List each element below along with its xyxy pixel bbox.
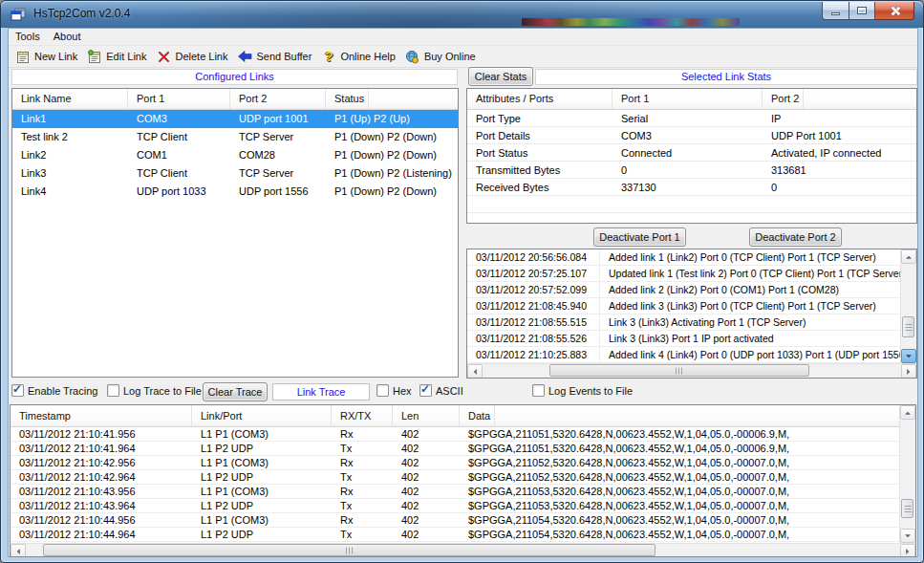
checkbox-label: Enable Tracing	[28, 385, 97, 397]
table-row[interactable]: Link4UDP port 1033UDP port 1556P1 (Down)…	[12, 183, 458, 201]
column-header[interactable]: Link/Port	[192, 405, 332, 426]
scroll-up-button[interactable]	[900, 405, 915, 420]
column-header[interactable]: Link Name	[12, 89, 128, 109]
table-row[interactable]: Link1COM3UDP port 1001P1 (Up) P2 (Up)	[12, 110, 458, 128]
header-row[interactable]: TimestampLink/PortRX/TXLenData	[11, 405, 495, 426]
link-trace-label: Link Trace	[272, 383, 370, 401]
table-row[interactable]: 03/11/2012 21:10:42.964L1 P2 UDPTx402$GP…	[11, 470, 899, 485]
scroll-thumb[interactable]	[902, 316, 914, 337]
scroll-thumb[interactable]	[549, 364, 809, 377]
table-cell: 03/11/2012 21:10:41.956	[11, 427, 192, 442]
table-row[interactable]: Test link 2TCP ClientTCP ServerP1 (Down)…	[12, 128, 458, 146]
event-log-vertical-scrollbar[interactable]	[900, 249, 916, 363]
table-row[interactable]: Received Bytes3371300	[467, 179, 916, 196]
table-row[interactable]: Link2COM1COM28P1 (Down) P2 (Down)	[12, 146, 458, 164]
ascii-checkbox[interactable]: ASCII	[419, 384, 463, 397]
edit-link-button[interactable]: Edit Link	[83, 47, 152, 66]
scroll-right-button[interactable]	[900, 544, 915, 557]
online-help-button[interactable]: Online Help	[317, 47, 400, 66]
trace-vertical-scrollbar[interactable]	[899, 405, 915, 543]
column-header[interactable]: Data	[460, 405, 495, 426]
minimize-button[interactable]	[822, 2, 849, 20]
trace-horizontal-scrollbar[interactable]	[11, 543, 915, 557]
scroll-thumb[interactable]	[901, 499, 913, 518]
menu-about[interactable]: About	[47, 29, 88, 45]
clear-trace-button[interactable]: Clear Trace	[203, 382, 268, 401]
log-events-to-file-checkbox[interactable]: Log Events to File	[532, 384, 633, 397]
delete-link-button[interactable]: Delete Link	[152, 47, 233, 66]
delete-icon	[156, 49, 171, 64]
hex-checkbox[interactable]: Hex	[376, 384, 412, 397]
scroll-right-button[interactable]	[901, 364, 916, 379]
table-cell: Test link 2	[12, 128, 128, 146]
table-row[interactable]: Transmitted Bytes0313681	[467, 162, 916, 179]
table-row[interactable]: Port TypeSerialIP	[467, 110, 916, 127]
table-row[interactable]: 03/11/2012 21:10:41.956L1 P1 (COM3)Rx402…	[11, 427, 899, 442]
table-row[interactable]: 03/11/2012 20:57:25.107Updated link 1 (T…	[467, 266, 900, 282]
scroll-track[interactable]	[901, 264, 916, 349]
table-cell: Link 3 (Link3) Activating Port 1 (TCP Se…	[600, 314, 900, 331]
send-buffer-button[interactable]: Send Buffer	[234, 47, 318, 66]
checkbox-label: Hex	[393, 385, 412, 397]
table-row[interactable]: 03/11/2012 21:08:45.940Added link 3 (Lin…	[467, 298, 900, 314]
log-trace-to-file-checkbox[interactable]: Log Trace to File	[107, 384, 202, 397]
checkbox-box[interactable]	[532, 384, 545, 397]
table-row[interactable]: 03/11/2012 20:57:52.099Added link 2 (Lin…	[467, 282, 900, 298]
column-header[interactable]: Attributes / Ports	[467, 89, 612, 109]
scroll-left-button[interactable]	[11, 544, 26, 557]
table-cell: $GPGGA,211051,5320.6428,N,00623.4552,W,1…	[460, 427, 899, 442]
header-row[interactable]: Link NamePort 1Port 2Status	[12, 89, 369, 109]
column-header[interactable]: RX/TX	[332, 405, 393, 426]
checkbox-box[interactable]	[376, 384, 389, 397]
table-row[interactable]: Port DetailsCOM3UDP Port 1001	[467, 127, 916, 144]
table-cell: Rx	[332, 456, 393, 470]
scroll-down-button[interactable]	[901, 349, 916, 363]
table-row[interactable]: 03/11/2012 21:10:42.956L1 P1 (COM3)Rx402…	[11, 456, 899, 470]
table-row[interactable]: 03/11/2012 21:10:25.883Added link 4 (Lin…	[467, 347, 900, 363]
column-header[interactable]: Status	[326, 89, 369, 109]
checkbox-box[interactable]	[107, 384, 119, 397]
column-header[interactable]: Port 1	[128, 89, 230, 109]
table-cell: 03/11/2012 21:10:44.964	[11, 528, 192, 542]
scroll-track[interactable]	[483, 364, 901, 379]
header-row[interactable]: Attributes / PortsPort 1Port 2	[467, 89, 804, 109]
checkbox-box[interactable]	[11, 384, 24, 397]
column-header[interactable]: Port 2	[763, 89, 804, 109]
titlebar[interactable]: HsTcp2Com v2.0.4	[1, 1, 923, 28]
table-cell: TCP Server	[230, 128, 326, 146]
table-row[interactable]: 03/11/2012 21:10:44.956L1 P1 (COM3)Rx402…	[11, 513, 899, 528]
scroll-down-button[interactable]	[900, 529, 915, 543]
menu-tools[interactable]: Tools	[9, 29, 47, 45]
table-row[interactable]: 03/11/2012 20:56:56.084Added link 1 (Lin…	[467, 249, 900, 266]
deactivate-port1-button[interactable]: Deactivate Port 1	[593, 227, 686, 247]
buy-online-button[interactable]: Buy Online	[401, 47, 482, 66]
table-cell: 03/11/2012 20:57:52.099	[467, 282, 600, 298]
scroll-thumb[interactable]	[43, 544, 655, 556]
scroll-track[interactable]	[900, 420, 915, 529]
table-row[interactable]: 03/11/2012 21:08:55.526Link 3 (Link3) Po…	[467, 331, 900, 347]
table-row[interactable]: Port StatusConnectedActivated, IP connec…	[467, 144, 916, 162]
event-log-horizontal-scrollbar[interactable]	[467, 363, 916, 379]
table-cell: L1 P2 UDP	[192, 528, 332, 542]
table-row[interactable]: Link3TCP ClientTCP ServerP1 (Down) P2 (L…	[12, 164, 458, 183]
scroll-track[interactable]	[26, 544, 900, 557]
column-header[interactable]: Timestamp	[11, 405, 192, 426]
column-header[interactable]: Len	[393, 405, 460, 426]
close-button[interactable]	[875, 2, 914, 20]
scroll-left-button[interactable]	[467, 364, 483, 379]
scroll-up-button[interactable]	[901, 249, 916, 264]
table-cell: 03/11/2012 21:10:41.964	[11, 442, 192, 456]
clear-stats-button[interactable]: Clear Stats	[468, 67, 533, 86]
table-row[interactable]: 03/11/2012 21:10:44.964L1 P2 UDPTx402$GP…	[11, 528, 899, 542]
deactivate-port2-button[interactable]: Deactivate Port 2	[749, 227, 842, 247]
column-header[interactable]: Port 1	[612, 89, 763, 109]
table-row[interactable]: 03/11/2012 21:10:43.964L1 P2 UDPTx402$GP…	[11, 499, 899, 513]
enable-tracing-checkbox[interactable]: Enable Tracing	[11, 384, 97, 397]
maximize-button[interactable]	[849, 2, 875, 20]
new-link-button[interactable]: New Link	[11, 47, 83, 66]
table-row[interactable]: 03/11/2012 21:10:43.956L1 P1 (COM3)Rx402…	[11, 485, 899, 499]
table-row[interactable]: 03/11/2012 21:10:41.964L1 P2 UDPTx402$GP…	[11, 442, 899, 456]
table-row[interactable]: 03/11/2012 21:08:55.515Link 3 (Link3) Ac…	[467, 314, 900, 331]
column-header[interactable]: Port 2	[230, 89, 326, 109]
checkbox-box[interactable]	[419, 384, 432, 397]
